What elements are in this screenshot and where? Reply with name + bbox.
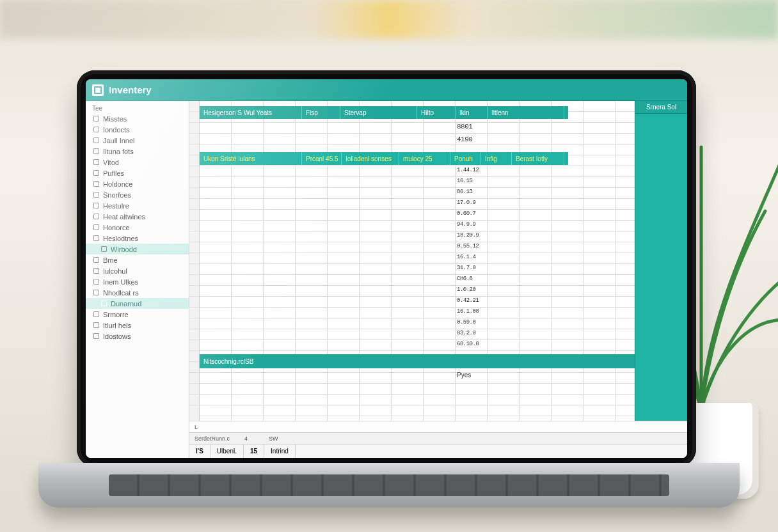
cell-value[interactable]: 16.15 <box>456 176 491 187</box>
sidebar-item-label: Iltuna fots <box>103 148 134 155</box>
list-icon <box>101 301 107 306</box>
sidebar-item-label: Idostows <box>103 332 131 340</box>
cell-value[interactable]: 16.1.08 <box>456 306 491 317</box>
cell-value[interactable]: 1.44.12 <box>456 165 491 176</box>
list-icon <box>93 224 99 230</box>
sidebar-item[interactable]: Jaull Innel <box>86 135 189 146</box>
cell-value[interactable]: 17.0.9 <box>456 198 491 208</box>
sidebar-item-label: Misstes <box>103 115 127 123</box>
list-icon <box>93 290 99 295</box>
spreadsheet-area: Hesigerson S Wul Yeats Fisp Stervap Hilt… <box>189 101 687 458</box>
list-icon <box>93 279 99 285</box>
list-icon <box>93 127 99 132</box>
col-header[interactable]: Fisp <box>302 106 340 119</box>
list-icon <box>93 257 99 263</box>
sheet-tab[interactable]: Ulbenl. <box>210 444 244 458</box>
cell-value[interactable]: 1.0.20 <box>456 285 491 295</box>
sidebar-item[interactable]: Srmorre <box>86 309 189 320</box>
sidebar-item[interactable]: Misstes <box>86 113 189 124</box>
sidebar-item[interactable]: Holdonce <box>86 178 189 189</box>
sheet-tab[interactable]: I'S <box>189 444 210 458</box>
sidebar-item-label: Hestulre <box>103 202 129 210</box>
sidebar-item[interactable]: Idostows <box>86 331 189 341</box>
col-header[interactable]: Hilto <box>417 106 456 119</box>
app-logo-icon <box>92 84 104 96</box>
cell-value[interactable]: 0.60.7 <box>456 208 491 219</box>
cell-value[interactable]: 18.20.9 <box>456 230 491 241</box>
sidebar-item[interactable]: Dunarnud <box>86 298 189 309</box>
value-column: 1.44.1216.1586.1317.0.90.60.794.9.918.20… <box>456 165 491 350</box>
list-icon <box>93 148 99 154</box>
sheet-tab[interactable]: 15 <box>244 444 264 458</box>
cell-value[interactable]: 0.55.12 <box>456 241 491 252</box>
list-icon <box>93 311 99 317</box>
col-header[interactable]: Iltlenn <box>488 106 564 119</box>
cell-value[interactable]: 0.59.0 <box>456 317 491 328</box>
cell-value[interactable]: 68.10.0 <box>456 339 491 350</box>
sidebar-item[interactable]: Bme <box>86 254 189 265</box>
sidebar-item[interactable]: Snorfoes <box>86 189 189 200</box>
sidebar-item[interactable]: Nhodlcat rs <box>86 287 189 298</box>
subcol-header: Ponuh <box>450 152 481 165</box>
list-icon <box>93 235 99 241</box>
list-icon <box>93 170 99 176</box>
footer-label: Nitscochnig.rclSB <box>200 354 253 368</box>
formula-bar[interactable]: L <box>189 421 687 432</box>
cell-value[interactable]: 16.1.4 <box>456 252 491 263</box>
app-header: Inventery <box>86 79 687 101</box>
cell-value[interactable]: CH6.8 <box>456 274 491 285</box>
table-subheader-row: Ukon Sristé lulans Prcanl 45.5 Iolladenl… <box>200 152 568 165</box>
sidebar-item-label: Iondocts <box>103 126 130 134</box>
sidebar-item[interactable]: Inem Ulkes <box>86 276 189 287</box>
subcol-header: Iolladenl sonses <box>342 152 399 165</box>
sidebar-item-label: Holdonce <box>103 180 132 188</box>
list-icon <box>93 268 99 274</box>
sidebar-item-label: Puflles <box>103 169 124 177</box>
sidebar: Tee MisstesIondoctsJaull InnelIltuna fot… <box>86 101 189 458</box>
sidebar-item[interactable]: Iondocts <box>86 124 189 135</box>
sheet-tab[interactable]: Intrind <box>264 444 296 458</box>
col-header[interactable]: Hesigerson S Wul Yeats <box>200 106 302 119</box>
info-cell: SerdetRunn.c <box>194 435 233 442</box>
sidebar-item[interactable]: Puflles <box>86 168 189 178</box>
cell-value[interactable]: 94.9.9 <box>456 219 491 230</box>
subcol-header: Berast Iotly <box>512 152 564 165</box>
cell-value[interactable]: 0.42.21 <box>456 295 491 306</box>
cell-value[interactable]: 31.7.0 <box>456 263 491 274</box>
sidebar-item-label: Jaull Innel <box>103 137 135 145</box>
cell-value[interactable]: 86.13 <box>456 187 491 198</box>
sidebar-item[interactable]: Hestulre <box>86 200 189 211</box>
sidebar-item[interactable]: Honorce <box>86 222 189 233</box>
spreadsheet-grid[interactable]: Hesigerson S Wul Yeats Fisp Stervap Hilt… <box>200 101 687 421</box>
info-bar: SerdetRunn.c 4 SW <box>189 432 687 444</box>
cell-value[interactable]: 83.2.0 <box>456 328 491 339</box>
sidebar-item-label: Heslodtnes <box>103 235 138 242</box>
sidebar-item-label: Wirbodd <box>111 246 137 253</box>
row-number-gutter <box>189 101 200 421</box>
subcol-header: mulocy 25 <box>399 152 450 165</box>
table-footer-row <box>200 354 635 368</box>
col-header[interactable]: Ikin <box>456 106 488 119</box>
sidebar-item-label: Honorce <box>103 224 130 231</box>
laptop-frame: Inventery Tee MisstesIondoctsJaull Innel… <box>77 70 696 467</box>
sidebar-item[interactable]: Heslodtnes <box>86 233 189 244</box>
sidebar-item-label: Snorfoes <box>103 191 131 199</box>
formula-cursor: L <box>194 424 198 430</box>
list-icon <box>93 116 99 121</box>
sidebar-item[interactable]: Itlurl hels <box>86 320 189 331</box>
list-icon <box>93 137 99 143</box>
sidebar-item-label: Inem Ulkes <box>103 278 138 286</box>
app-window: Inventery Tee MisstesIondoctsJaull Innel… <box>86 79 687 458</box>
sidebar-item[interactable]: Wirbodd <box>86 244 189 254</box>
list-icon <box>93 203 99 208</box>
footer-value: Pyes <box>456 370 491 380</box>
sidebar-item[interactable]: Iltuna fots <box>86 146 189 157</box>
sidebar-item[interactable]: Iulcohul <box>86 265 189 276</box>
sidebar-item-label: Nhodlcat rs <box>103 289 139 297</box>
sidebar-item[interactable]: Heat altwines <box>86 211 189 222</box>
sidebar-item[interactable]: Vitod <box>86 157 189 168</box>
app-title: Inventery <box>109 84 152 95</box>
col-header[interactable]: Stervap <box>340 106 417 119</box>
sheet-tab-bar: I'S Ulbenl. 15 Intrind <box>189 444 687 458</box>
list-icon <box>93 181 99 187</box>
